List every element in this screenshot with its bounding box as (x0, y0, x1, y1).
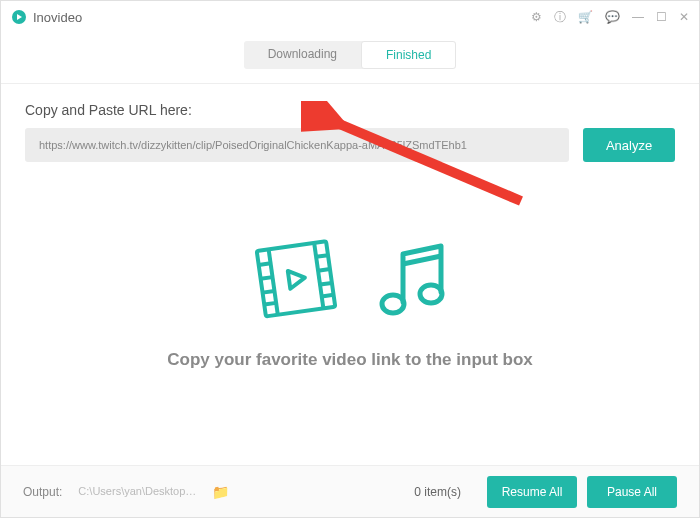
app-title: Inovideo (33, 10, 82, 25)
app-logo-icon (11, 9, 27, 25)
folder-icon[interactable]: 📁 (212, 484, 229, 500)
chat-icon[interactable]: 💬 (605, 10, 620, 24)
film-icon (245, 234, 345, 324)
url-input[interactable] (25, 128, 569, 162)
resume-all-button[interactable]: Resume All (487, 476, 577, 508)
empty-state: Copy your favorite video link to the inp… (25, 234, 675, 370)
tab-downloading[interactable]: Downloading (244, 41, 361, 69)
svg-line-9 (318, 269, 330, 271)
svg-line-6 (263, 291, 275, 293)
svg-line-3 (314, 243, 323, 308)
svg-line-8 (316, 255, 328, 257)
svg-line-5 (261, 277, 273, 279)
svg-point-14 (420, 285, 442, 303)
close-icon[interactable]: ✕ (679, 10, 689, 24)
svg-line-7 (264, 303, 276, 305)
cart-icon[interactable]: 🛒 (578, 10, 593, 24)
output-label: Output: (23, 485, 62, 499)
output-path-select[interactable]: C:\Users\yan\Desktop\te... ▾ (72, 481, 202, 502)
maximize-icon[interactable]: ☐ (656, 10, 667, 24)
illustration (245, 234, 455, 324)
url-input-row: Analyze (25, 128, 675, 162)
title-bar: Inovideo ⚙ ⓘ 🛒 💬 — ☐ ✕ (1, 1, 699, 33)
analyze-button[interactable]: Analyze (583, 128, 675, 162)
tab-finished[interactable]: Finished (361, 41, 456, 69)
pause-all-button[interactable]: Pause All (587, 476, 677, 508)
svg-point-13 (382, 295, 404, 313)
svg-line-10 (320, 283, 332, 285)
footer: Output: C:\Users\yan\Desktop\te... ▾ 📁 0… (1, 465, 699, 517)
svg-line-4 (259, 263, 271, 265)
minimize-icon[interactable]: — (632, 10, 644, 24)
music-note-icon (375, 234, 455, 324)
settings-icon[interactable]: ⚙ (531, 10, 542, 24)
content: Copy and Paste URL here: Analyze (1, 84, 699, 370)
logo: Inovideo (11, 9, 82, 25)
empty-hint: Copy your favorite video link to the inp… (167, 350, 533, 370)
url-label: Copy and Paste URL here: (25, 102, 675, 118)
info-icon[interactable]: ⓘ (554, 9, 566, 26)
svg-line-12 (403, 256, 441, 264)
tabs: Downloading Finished (244, 41, 457, 69)
svg-line-11 (322, 295, 334, 297)
window-controls: ⚙ ⓘ 🛒 💬 — ☐ ✕ (531, 9, 689, 26)
item-count: 0 item(s) (414, 485, 461, 499)
tabs-row: Downloading Finished (1, 33, 699, 84)
